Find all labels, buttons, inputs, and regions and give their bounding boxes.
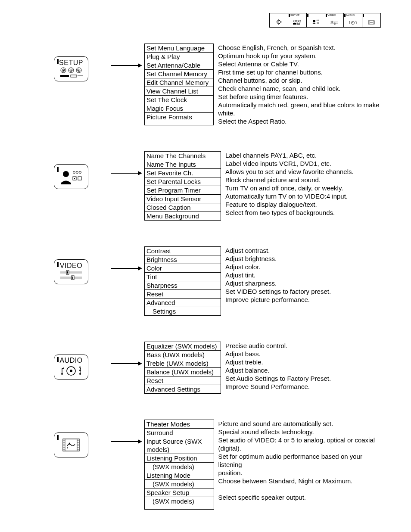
audio-icon: AUDIO xyxy=(54,355,88,380)
menu-item: Tint xyxy=(145,273,221,281)
svg-point-20 xyxy=(352,22,353,23)
description-text: Automatically match red, green, and blue… xyxy=(218,101,381,117)
description-text: Adjust brightness. xyxy=(225,255,331,263)
description-text: Select Antenna or Cable TV. xyxy=(218,60,381,68)
description-text xyxy=(225,304,331,312)
description-list: Adjust contrast.Adjust brightness.Adjust… xyxy=(225,246,331,316)
svg-point-52 xyxy=(70,370,72,372)
top-nav-user xyxy=(306,13,325,28)
arrow-icon xyxy=(111,65,141,66)
description-text xyxy=(218,485,381,493)
description-text: Label channels PAY1, ABC, etc. xyxy=(225,151,354,159)
arrow-icon xyxy=(111,173,141,174)
description-text xyxy=(218,501,381,510)
description-text: position. xyxy=(218,469,381,477)
menu-item: Contrast xyxy=(145,247,221,255)
top-navigation-strip: SETUP VIDEO AUDIO xyxy=(34,13,381,33)
menu-item: Reset xyxy=(145,290,221,299)
svg-point-53 xyxy=(79,373,81,375)
menu-item: Video Input Sensor xyxy=(145,195,221,203)
svg-point-26 xyxy=(63,70,64,71)
description-list: Label channels PAY1, ABC, etc.Label vide… xyxy=(225,151,354,221)
svg-rect-34 xyxy=(71,75,77,77)
menu-item: Balance (UWX models) xyxy=(145,368,221,376)
description-text: Adjust contrast. xyxy=(225,246,331,255)
description-text: Automatically turn TV on to VIDEO:4 inpu… xyxy=(225,192,354,200)
svg-rect-10 xyxy=(297,23,300,25)
menu-item: Brightness xyxy=(145,255,221,264)
menu-list: ContrastBrightnessColorTintSharpnessRese… xyxy=(144,246,221,316)
description-text: Adjust color. xyxy=(225,263,331,271)
menu-item: Plug & Play xyxy=(145,53,213,61)
description-text: Special sound effects technology. xyxy=(218,428,381,436)
svg-point-38 xyxy=(76,171,78,174)
svg-rect-47 xyxy=(60,277,82,279)
menu-item: Edit Channel Memory xyxy=(145,78,213,87)
svg-rect-33 xyxy=(60,75,69,77)
svg-rect-49 xyxy=(72,277,73,279)
menu-item: Color xyxy=(145,264,221,273)
menu-item: Set Menu Language xyxy=(145,44,213,53)
svg-rect-43 xyxy=(78,177,81,180)
description-text: Optimum hook up for your system. xyxy=(218,52,381,60)
description-text: Allows you to set and view favorite chan… xyxy=(225,168,354,176)
top-nav-icon-1 xyxy=(269,13,288,28)
description-text: Set for optimum audio performance based … xyxy=(218,452,381,469)
arrow-icon xyxy=(111,268,141,269)
svg-point-32 xyxy=(78,70,79,71)
description-text: Set audio of VIDEO: 4 or 5 to analog, op… xyxy=(218,436,381,452)
menu-item: Set The Clock xyxy=(145,96,213,104)
top-nav-video: VIDEO xyxy=(325,13,344,28)
description-text: Select the Aspect Ratio. xyxy=(218,117,381,125)
description-text: Channel buttons, add or skip. xyxy=(218,76,381,84)
description-text: Choose English, French, or Spanish text. xyxy=(218,44,381,52)
description-text: Select from two types of backgrounds. xyxy=(225,208,354,217)
description-text: Turn TV on and off once, daily, or weekl… xyxy=(225,184,354,192)
svg-rect-14 xyxy=(317,22,319,24)
svg-point-13 xyxy=(318,20,319,21)
menu-item: Closed Caption xyxy=(145,203,221,212)
section-audio: AUDIO Equalizer (SWX models)Bass (UWX mo… xyxy=(34,342,381,394)
svg-point-6 xyxy=(294,20,296,22)
description-list: Picture and sound are automatically set.… xyxy=(218,420,381,510)
menu-item: View Channel List xyxy=(145,87,213,96)
svg-point-36 xyxy=(63,171,69,177)
description-list: Precise audio control.Adjust bass.Adjust… xyxy=(225,342,331,394)
description-text: Improve Sound Performance. xyxy=(225,383,331,391)
description-text: Adjust bass. xyxy=(225,350,331,358)
svg-point-69 xyxy=(69,443,70,444)
page: SETUP VIDEO AUDIO SETUP xyxy=(0,0,411,532)
description-text: Precise audio control. xyxy=(225,342,331,350)
arrow-icon xyxy=(111,441,141,442)
menu-item: Magic Focus xyxy=(145,104,213,113)
description-text: Label video inputs VCR1, DVD1, etc. xyxy=(225,159,354,168)
svg-rect-9 xyxy=(293,23,296,25)
svg-rect-44 xyxy=(60,271,82,274)
section-setup: SETUP Set Menu LanguagePlug & PlaySet An… xyxy=(34,44,381,125)
description-text: Adjust treble. xyxy=(225,358,331,366)
menu-item: (SWX models) xyxy=(145,497,214,505)
top-nav-audio: AUDIO xyxy=(343,13,362,28)
svg-point-11 xyxy=(313,20,315,22)
user-icon xyxy=(54,164,88,189)
menu-item: Advanced xyxy=(145,299,221,307)
description-text: Set VIDEO settings to factory preset. xyxy=(225,287,331,296)
description-text: Feature to display dialogue/text. xyxy=(225,200,354,208)
section-video: VIDEO ContrastBrightnessColorTintSharpne… xyxy=(34,246,381,316)
arrow-icon xyxy=(111,363,141,364)
description-text: Choose between Standard, Night or Maximu… xyxy=(218,477,381,485)
svg-point-7 xyxy=(296,20,299,22)
menu-item: Set Channel Memory xyxy=(145,70,213,78)
menu-item: Advanced Settings xyxy=(145,385,221,393)
film-icon xyxy=(54,432,88,457)
menu-item: Theater Modes xyxy=(145,420,214,429)
description-text: Set before using timer features. xyxy=(218,93,381,101)
description-text: Adjust balance. xyxy=(225,366,331,374)
menu-item: (SWX models) xyxy=(145,480,214,488)
menu-item: Set Antenna/Cable xyxy=(145,61,213,70)
description-text: Picture and sound are automatically set. xyxy=(218,420,381,428)
menu-item: Picture Formats xyxy=(145,113,213,121)
menu-item: Treble (UWX models) xyxy=(145,359,221,368)
svg-point-1 xyxy=(278,22,279,22)
description-text: First time set up for channel buttons. xyxy=(218,68,381,76)
